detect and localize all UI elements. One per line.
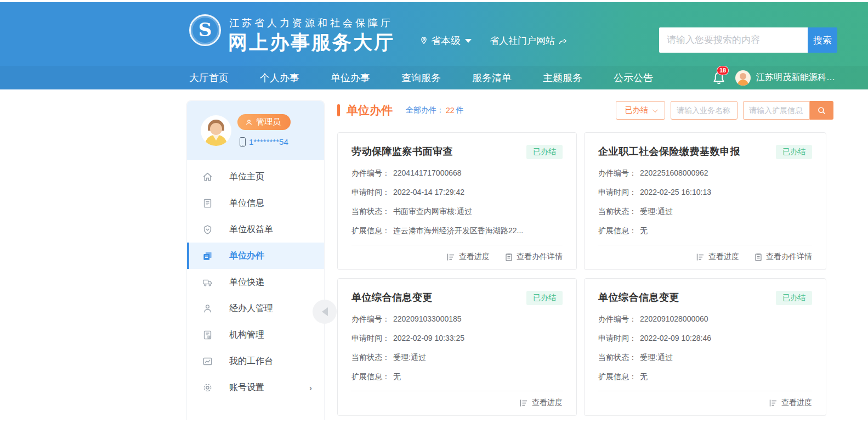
cards-grid: 劳动保障监察书面审查 已办结 办件编号：2204141717000668 申请时…	[337, 132, 833, 422]
apply-time-value: 2022-02-09 10:28:46	[640, 334, 711, 344]
case-no-value: 2202091028000060	[640, 314, 708, 324]
notification-bell[interactable]: 18	[712, 71, 725, 85]
filter-search-button[interactable]	[810, 101, 833, 120]
chevron-down-icon	[652, 107, 657, 112]
truck-icon	[202, 277, 213, 288]
view-progress-link[interactable]: 查看进度	[769, 398, 812, 408]
case-title: 单位综合信息变更	[598, 291, 679, 304]
case-card: 单位综合信息变更 已办结 办件编号：2202091028000060 申请时间：…	[584, 278, 826, 416]
ext-info-label: 扩展信息：	[351, 226, 390, 236]
sidebar-item-label: 单位办件	[229, 250, 264, 262]
home-icon	[202, 172, 213, 182]
sidebar-collapse-button[interactable]	[313, 300, 337, 324]
sidebar-menu: 单位主页 单位信息	[187, 160, 324, 401]
apply-time-label: 申请时间：	[598, 334, 637, 344]
portal-link[interactable]: 省人社门户网站	[490, 35, 568, 47]
current-status-value: 书面审查内网审核:通过	[393, 207, 472, 217]
sidebar-item-unit-cases[interactable]: 单位办件	[187, 243, 324, 269]
apply-time-value: 2022-02-25 16:10:13	[640, 188, 711, 198]
sidebar-user-card: 管理员 1********54	[187, 101, 324, 160]
nav-item-query[interactable]: 查询服务	[401, 71, 441, 85]
case-no-value: 2202251608000962	[640, 168, 708, 178]
case-no-label: 办件编号：	[598, 314, 637, 324]
ext-info-label: 扩展信息：	[598, 226, 637, 236]
nav-item-personal[interactable]: 个人办事	[260, 71, 299, 85]
portal-link-label: 省人社门户网站	[490, 35, 555, 47]
view-progress-link[interactable]: 查看进度	[696, 252, 739, 262]
current-status-label: 当前状态：	[598, 353, 637, 363]
ext-info-label: 扩展信息：	[598, 372, 637, 382]
phone-number: 1********54	[249, 137, 288, 147]
case-no-value: 2202091033000185	[393, 314, 462, 324]
current-status-label: 当前状态：	[351, 207, 390, 217]
view-detail-link[interactable]: 查看办件详情	[505, 252, 563, 262]
page: S 江苏省人力资源和社会保障厅 网上办事服务大厅 省本级 省人社门户网站	[0, 0, 868, 422]
sidebar-item-label: 机构管理	[229, 329, 264, 341]
case-no-label: 办件编号：	[598, 168, 637, 178]
sidebar-item-label: 单位快递	[229, 277, 264, 288]
region-selector[interactable]: 省本级	[419, 34, 472, 47]
nav-item-theme[interactable]: 主题服务	[543, 71, 582, 85]
company-name[interactable]: 江苏明茂新能源科…	[756, 72, 835, 83]
sidebar-item-label: 经办人管理	[229, 303, 273, 314]
view-progress-label: 查看进度	[781, 398, 812, 408]
view-progress-label: 查看进度	[459, 252, 490, 262]
hall-title: 网上办事服务大厅	[228, 30, 395, 55]
ext-info-value: 无	[640, 372, 648, 382]
shield-heart-icon	[202, 224, 213, 235]
status-badge: 已办结	[776, 145, 812, 159]
status-badge: 已办结	[776, 291, 812, 305]
view-detail-link[interactable]: 查看办件详情	[754, 252, 812, 262]
region-label: 省本级	[431, 34, 461, 47]
view-progress-link[interactable]: 查看进度	[447, 252, 490, 262]
main-nav: 大厅首页 个人办事 单位办事 查询服务 服务清单 主题服务 公示公告 18	[0, 66, 868, 89]
search-input[interactable]	[659, 27, 808, 53]
status-badge: 已办结	[526, 145, 563, 159]
nav-item-unit[interactable]: 单位办事	[331, 71, 370, 85]
sidebar-item-agent-mgmt[interactable]: 经办人管理	[187, 295, 324, 322]
progress-list-icon	[769, 399, 778, 407]
sidebar-item-unit-home[interactable]: 单位主页	[187, 164, 324, 190]
progress-list-icon	[520, 399, 528, 407]
notification-badge: 18	[717, 66, 729, 75]
sidebar-item-workbench[interactable]: 我的工作台	[187, 348, 324, 374]
ext-info-label: 扩展信息：	[351, 372, 390, 382]
view-progress-label: 查看进度	[708, 252, 739, 262]
role-badge: 管理员	[237, 114, 291, 130]
sidebar-item-unit-rights[interactable]: 单位权益单	[187, 216, 324, 243]
status-filter-select[interactable]: 已办结	[616, 101, 665, 120]
view-detail-label: 查看办件详情	[766, 252, 812, 262]
ext-info-value: 连云港市海州经济开发区香海湖路22...	[393, 226, 523, 236]
case-card: 单位综合信息变更 已办结 办件编号：2202091033000185 申请时间：…	[337, 278, 577, 416]
sidebar-item-label: 单位信息	[229, 198, 264, 209]
search-button[interactable]: 搜索	[808, 27, 837, 53]
location-pin-icon	[419, 36, 428, 45]
ext-info-value: 无	[393, 372, 401, 382]
business-name-input[interactable]	[671, 101, 737, 120]
sidebar-avatar	[201, 115, 231, 146]
nav-item-announcement[interactable]: 公示公告	[614, 71, 653, 85]
external-link-icon	[559, 37, 568, 45]
sidebar-item-unit-express[interactable]: 单位快递	[187, 269, 324, 295]
org-title: 江苏省人力资源和社会保障厅	[229, 16, 393, 30]
clipboard-icon	[754, 253, 762, 261]
extended-info-input[interactable]	[743, 101, 810, 120]
sidebar-item-unit-info[interactable]: 单位信息	[187, 190, 324, 216]
document-list-icon	[202, 198, 213, 209]
total-label: 全部办件：	[406, 105, 444, 115]
sidebar-item-account-settings[interactable]: 账号设置 ›	[187, 374, 324, 401]
view-progress-link[interactable]: 查看进度	[520, 398, 563, 408]
clipboard-icon	[505, 253, 513, 261]
progress-list-icon	[696, 253, 705, 261]
sidebar-item-org-mgmt[interactable]: 机构管理	[187, 322, 324, 348]
nav-item-service-list[interactable]: 服务清单	[472, 71, 512, 85]
current-status-value: 受理:通过	[393, 353, 426, 363]
sidebar-item-label: 我的工作台	[229, 356, 273, 367]
sidebar-item-label: 单位主页	[229, 171, 264, 183]
section-title: 单位办件	[347, 103, 393, 118]
apply-time-label: 申请时间：	[598, 188, 637, 198]
nav-item-home[interactable]: 大厅首页	[189, 71, 229, 85]
user-avatar[interactable]	[735, 70, 751, 86]
status-filter-value: 已办结	[625, 105, 648, 115]
current-status-value: 受理:通过	[640, 207, 673, 217]
